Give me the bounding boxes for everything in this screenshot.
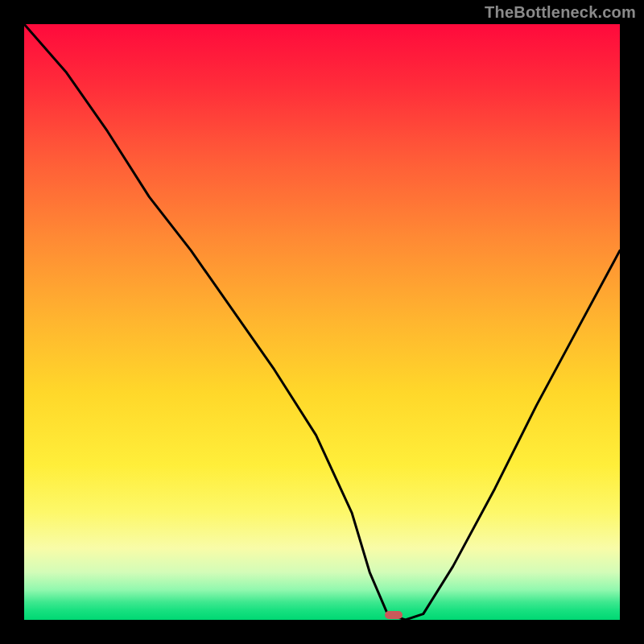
bottleneck-curve-path — [24, 24, 620, 620]
curve-svg — [24, 24, 620, 620]
chart-frame: TheBottleneck.com — [0, 0, 644, 644]
plot-area — [24, 24, 620, 620]
optimum-marker — [385, 611, 402, 619]
watermark-text: TheBottleneck.com — [485, 3, 636, 22]
